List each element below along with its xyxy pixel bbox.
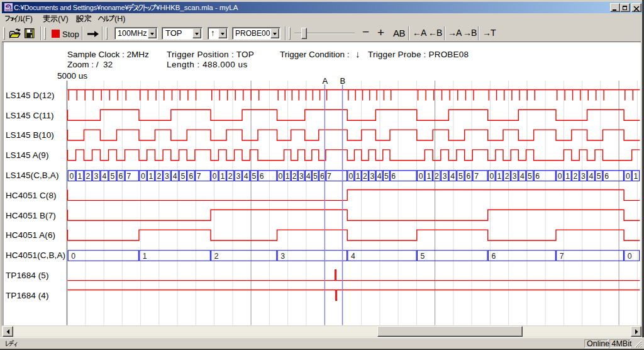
svg-text:2: 2: [86, 172, 91, 181]
svg-text:3: 3: [94, 172, 99, 181]
svg-text:4: 4: [520, 172, 525, 181]
svg-text:1: 1: [220, 172, 225, 181]
svg-text:7: 7: [197, 172, 201, 181]
svg-text:1: 1: [565, 172, 570, 181]
svg-text:0: 0: [71, 252, 75, 261]
svg-text:3: 3: [236, 172, 240, 181]
svg-text:7: 7: [327, 172, 331, 181]
svg-text:0: 0: [419, 172, 423, 181]
svg-text:7: 7: [560, 252, 564, 261]
svg-text:0: 0: [626, 172, 630, 181]
svg-text:2: 2: [363, 172, 367, 181]
svg-text:6: 6: [320, 172, 325, 181]
svg-text:5: 5: [181, 172, 186, 181]
svg-text:6: 6: [467, 172, 471, 181]
svg-text:0: 0: [213, 172, 217, 181]
svg-text:7: 7: [474, 172, 479, 181]
svg-text:0: 0: [141, 172, 145, 181]
svg-text:2: 2: [435, 172, 439, 181]
svg-text:0: 0: [489, 172, 494, 181]
svg-text:5: 5: [313, 172, 318, 181]
svg-text:3: 3: [581, 172, 586, 181]
svg-text:3: 3: [443, 172, 447, 181]
svg-text:3: 3: [280, 252, 285, 261]
svg-text:0: 0: [349, 172, 353, 181]
svg-text:2: 2: [505, 172, 509, 181]
svg-text:2: 2: [228, 172, 233, 181]
svg-text:4: 4: [589, 172, 593, 181]
svg-text:4: 4: [377, 172, 382, 181]
svg-text:6: 6: [119, 172, 123, 181]
svg-text:3: 3: [370, 172, 374, 181]
svg-text:1: 1: [286, 172, 290, 181]
svg-text:5: 5: [458, 172, 463, 181]
svg-text:6: 6: [189, 172, 193, 181]
svg-text:4: 4: [306, 172, 311, 181]
svg-text:1: 1: [78, 172, 82, 181]
svg-text:4: 4: [450, 172, 455, 181]
svg-text:1: 1: [497, 172, 502, 181]
svg-text:0: 0: [628, 252, 632, 261]
svg-text:3: 3: [165, 172, 169, 181]
svg-text:4: 4: [173, 172, 177, 181]
svg-text:4: 4: [244, 172, 248, 181]
svg-text:1: 1: [356, 172, 360, 181]
svg-text:6: 6: [491, 252, 496, 261]
svg-text:5: 5: [252, 172, 256, 181]
svg-text:0: 0: [279, 172, 283, 181]
svg-text:5: 5: [597, 172, 601, 181]
svg-text:7: 7: [127, 172, 131, 181]
svg-text:6: 6: [391, 172, 396, 181]
svg-text:6: 6: [604, 172, 609, 181]
svg-text:0: 0: [70, 172, 74, 181]
svg-text:4: 4: [103, 172, 107, 181]
svg-text:1: 1: [149, 172, 153, 181]
svg-text:1: 1: [426, 172, 431, 181]
svg-text:3: 3: [513, 172, 517, 181]
svg-text:5: 5: [421, 252, 425, 261]
svg-text:A: A: [322, 76, 328, 86]
svg-text:3: 3: [299, 172, 304, 181]
svg-text:5: 5: [528, 172, 532, 181]
svg-text:2: 2: [214, 252, 219, 261]
svg-text:B: B: [340, 76, 345, 86]
svg-text:1: 1: [634, 172, 638, 181]
svg-text:4: 4: [351, 252, 355, 261]
svg-text:2: 2: [292, 172, 297, 181]
svg-text:2: 2: [574, 172, 578, 181]
svg-text:5: 5: [111, 172, 115, 181]
svg-text:6: 6: [260, 172, 264, 181]
svg-text:0: 0: [558, 172, 562, 181]
svg-text:1: 1: [143, 252, 147, 261]
svg-text:6: 6: [535, 172, 540, 181]
svg-text:2: 2: [157, 172, 161, 181]
svg-text:5: 5: [384, 172, 389, 181]
